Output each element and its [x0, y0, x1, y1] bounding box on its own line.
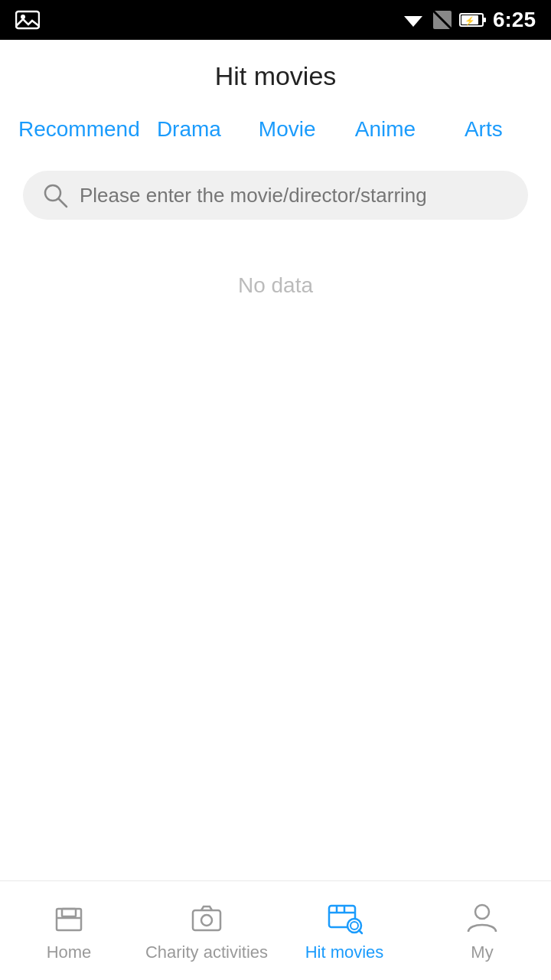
page-title: Hit movies: [0, 40, 551, 109]
tab-arts[interactable]: Arts: [435, 109, 533, 155]
status-time: 6:25: [493, 8, 536, 32]
svg-point-23: [475, 905, 489, 919]
search-input[interactable]: [80, 184, 510, 207]
nav-my-label: My: [471, 942, 493, 962]
tab-movie[interactable]: Movie: [238, 109, 336, 155]
svg-marker-2: [404, 16, 422, 27]
svg-rect-11: [57, 909, 81, 930]
photo-icon: [15, 9, 40, 31]
status-bar-right: ⚡ 6:25: [401, 8, 536, 32]
no-data-text: No data: [238, 273, 313, 298]
svg-line-10: [59, 199, 67, 207]
nav-home[interactable]: Home: [0, 892, 138, 970]
nav-home-label: Home: [47, 942, 92, 962]
svg-rect-12: [62, 909, 76, 916]
nav-hitmovies[interactable]: Hit movies: [276, 892, 413, 970]
svg-rect-0: [16, 11, 39, 28]
tab-drama[interactable]: Drama: [140, 109, 238, 155]
category-tabs: Recommend Drama Movie Anime Arts: [0, 109, 551, 155]
svg-line-22: [359, 930, 362, 933]
hitmovies-icon: [326, 900, 363, 936]
sim-icon: [432, 9, 453, 31]
nav-charity[interactable]: Charity activities: [138, 892, 276, 970]
status-bar: ⚡ 6:25: [0, 0, 551, 40]
svg-text:⚡: ⚡: [465, 15, 475, 26]
nav-charity-label: Charity activities: [145, 942, 268, 962]
search-bar: [23, 171, 528, 220]
camera-icon: [188, 900, 225, 936]
search-icon: [41, 181, 69, 209]
tab-anime[interactable]: Anime: [336, 109, 434, 155]
svg-point-15: [201, 915, 212, 926]
nav-my[interactable]: My: [413, 892, 551, 970]
tab-recommend[interactable]: Recommend: [18, 109, 140, 155]
nav-hitmovies-label: Hit movies: [305, 942, 384, 962]
svg-point-9: [45, 185, 60, 201]
no-data-container: No data: [0, 227, 551, 880]
search-wrapper: [0, 155, 551, 227]
home-icon: [51, 900, 87, 936]
bottom-nav: Home Charity activities Hit movies My: [0, 880, 551, 980]
profile-icon: [464, 900, 500, 936]
battery-icon: ⚡: [459, 9, 487, 31]
wifi-icon: [401, 9, 425, 31]
status-bar-left: [15, 9, 40, 31]
svg-rect-14: [193, 910, 220, 930]
svg-rect-6: [483, 18, 486, 22]
